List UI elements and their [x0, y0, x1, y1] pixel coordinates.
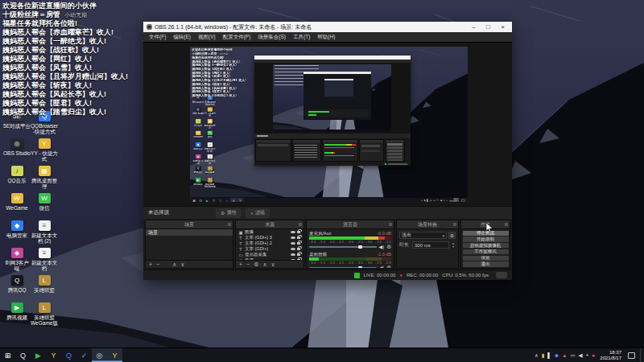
lock-icon[interactable]	[297, 248, 300, 250]
taskbar-qqbrowser-icon[interactable]: Q	[61, 348, 76, 362]
add-source-button[interactable]: +	[239, 261, 242, 267]
volume-slider[interactable]	[309, 245, 377, 249]
pin-icon[interactable]	[505, 223, 508, 226]
source-properties-button[interactable]: ⚙	[254, 261, 258, 268]
move-source-down-button[interactable]: ∨	[271, 261, 275, 268]
pin-icon[interactable]	[389, 223, 392, 226]
menu-item[interactable]: 视图(V)	[198, 34, 216, 41]
taskbar-obs-icon[interactable]: ◎	[92, 348, 107, 362]
visibility-eye-icon[interactable]	[291, 242, 295, 245]
settings-button[interactable]: 设置	[463, 256, 509, 261]
lol-wegame-icon[interactable]: L 英雄联盟WeGame版	[31, 302, 58, 330]
text-doc2-icon[interactable]: ≡ 新建文本文档 (2)	[31, 220, 58, 248]
notification-center-icon[interactable]	[628, 352, 635, 359]
lock-icon[interactable]	[297, 237, 300, 239]
5e-platform-icon[interactable]: 5E 5E对战平台	[3, 111, 31, 138]
menu-item[interactable]: 配置文件(P)	[223, 34, 251, 41]
text-doc-icon[interactable]: ≡ 新建文本文档	[31, 248, 58, 275]
qq-music-icon[interactable]: ♪ QQ音乐	[3, 166, 31, 193]
lock-icon[interactable]	[297, 253, 300, 256]
taskbar-start-button[interactable]: ⊞	[0, 348, 15, 362]
tray-display-icon[interactable]: ▭	[570, 348, 575, 362]
desktop-organizer-icon[interactable]: ▦ 腾讯桌面整理	[31, 166, 58, 193]
pc-manager-icon[interactable]: ◆ 电脑管家	[3, 220, 31, 248]
move-scene-down-button[interactable]: ∨	[180, 261, 184, 268]
tray-guard-icon[interactable]: ●	[592, 348, 595, 362]
transition-select[interactable]: 淡出▾	[399, 232, 447, 239]
taskbar-yy-icon[interactable]: Y	[46, 348, 61, 362]
obs-studio-icon[interactable]: ◎ OBS Studio	[3, 138, 31, 166]
lol-icon[interactable]: L 英雄联盟	[31, 275, 58, 302]
pin-icon[interactable]	[453, 223, 456, 226]
lock-icon[interactable]	[297, 231, 300, 233]
display-capture-preview[interactable]: 欢迎各位新进直播间的小伙伴十级粉丝牌＝房管小幼无期福星任务就拜托各位啦!姨妈恶人…	[190, 47, 468, 202]
qqbrowser-icon[interactable]: Q QQBrowser -快捷方式	[31, 111, 58, 138]
visibility-eye-icon[interactable]	[291, 259, 295, 260]
channel-gear-icon[interactable]: ⚙	[386, 265, 391, 269]
visibility-eye-icon[interactable]	[291, 237, 295, 240]
menu-item[interactable]: 文件(F)	[149, 34, 166, 41]
wechat-icon[interactable]: W 微信	[31, 193, 58, 220]
tray-chevron-up-icon[interactable]: ∧	[535, 348, 539, 362]
menu-item[interactable]: 帮助(H)	[317, 34, 335, 41]
remove-scene-button[interactable]: −	[156, 261, 159, 267]
source-row-text[interactable]: T 文本 (GDI+)	[236, 246, 303, 252]
visibility-eye-icon[interactable]	[291, 248, 295, 251]
slider-handle[interactable]	[358, 266, 362, 269]
visibility-eye-icon[interactable]	[291, 253, 295, 257]
close-button[interactable]: ×	[497, 22, 509, 32]
tray-update-icon[interactable]: ▲	[562, 348, 567, 362]
visibility-eye-icon[interactable]	[291, 231, 295, 234]
virtual-camera-button[interactable]: 启动虚拟摄像机	[463, 243, 509, 248]
tencent-video-icon[interactable]: ▶ 腾讯视频	[3, 302, 31, 330]
slider-handle[interactable]	[358, 245, 362, 249]
speaker-icon[interactable]: ◀)	[379, 265, 385, 269]
properties-button[interactable]: ⚙属性	[216, 208, 241, 218]
duration-stepper[interactable]: ▴▾	[451, 242, 456, 249]
menu-item[interactable]: 编辑(E)	[173, 34, 191, 41]
tray-yy-icon[interactable]: ▮	[542, 348, 545, 362]
show-desktop-button[interactable]	[640, 348, 643, 362]
remove-source-button[interactable]: −	[246, 261, 250, 267]
add-scene-button[interactable]: +	[149, 261, 152, 267]
tray-volume-icon[interactable]: ◀	[579, 348, 583, 362]
tencent-qq-icon[interactable]: Q 腾讯QQ	[3, 275, 31, 302]
yy-icon[interactable]: Y YY - 快捷方式	[31, 138, 58, 166]
tray-security-shield-icon[interactable]: ◆	[555, 348, 559, 362]
move-scene-up-button[interactable]: ∧	[172, 261, 176, 268]
maximize-button[interactable]: □	[482, 22, 494, 32]
obs-titlebar[interactable]: OBS 26.1.1 (64-bit, windows) - 配置文件: 未命名…	[143, 22, 512, 32]
taskbar-qq-icon[interactable]: Q	[15, 348, 31, 362]
duration-field[interactable]: 300 ms	[412, 241, 449, 249]
wegame-icon[interactable]: W WeGame	[3, 193, 31, 220]
taskbar-wegame-icon[interactable]: ✓	[76, 348, 92, 362]
tray-microphone-icon[interactable]: ▌	[547, 348, 551, 362]
filters-button[interactable]: ◐滤镜	[246, 208, 270, 218]
scene-list-item[interactable]: 场景	[146, 229, 233, 236]
transition-gear-icon[interactable]: ⚙	[448, 232, 456, 239]
taskbar-tencent-video-icon[interactable]: ▶	[31, 348, 46, 362]
lock-icon[interactable]	[297, 259, 300, 260]
volume-slider[interactable]	[309, 265, 377, 268]
menu-item[interactable]: 工具(T)	[293, 34, 310, 41]
jx3-client-icon[interactable]: ◈ 剑网3客户端	[3, 248, 31, 275]
taskbar-clock[interactable]: 18:372021/8/17	[598, 350, 623, 360]
channel-gear-icon[interactable]: ⚙	[386, 245, 391, 249]
source-row-text3[interactable]: T 文本 (GDI+) 3	[236, 235, 303, 241]
menu-item[interactable]: 场景集合(S)	[258, 34, 286, 41]
pin-icon[interactable]	[299, 223, 302, 226]
minimize-button[interactable]: –	[468, 22, 480, 32]
exit-button[interactable]: 退出	[463, 261, 509, 266]
start-record-button[interactable]: 开始录制	[463, 237, 509, 241]
tray-ime-icon[interactable]: +	[586, 348, 589, 362]
pin-icon[interactable]	[228, 223, 231, 226]
lock-icon[interactable]	[297, 242, 300, 245]
move-source-up-button[interactable]: ∧	[262, 261, 266, 268]
stop-stream-button[interactable]: 停止推流	[463, 231, 509, 236]
speaker-icon[interactable]: ◀)	[379, 245, 385, 249]
source-row-text2[interactable]: T 文本 (GDI+) 2	[236, 241, 303, 246]
source-row-display-capture[interactable]: ▭ 显示器采集	[236, 252, 303, 257]
taskbar-yy2-icon[interactable]: Y	[107, 348, 122, 362]
source-row-color[interactable]: □ 色源	[236, 257, 303, 260]
source-row-image[interactable]: ▣ 图像	[236, 229, 303, 235]
